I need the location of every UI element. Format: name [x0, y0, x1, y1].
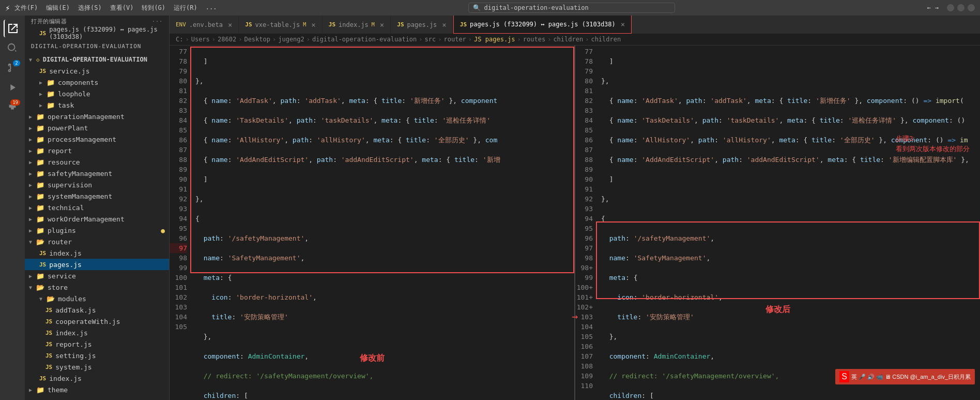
sidebar: 打开的编辑器 ··· JS pages.js (f332099) ↔ pages… [25, 16, 170, 400]
breadcrumb-children1[interactable]: children [553, 36, 583, 43]
tree-item-theme[interactable]: ▶ 📁 theme [25, 384, 169, 395]
tab-env-beta[interactable]: ENV .env.beta × [170, 16, 239, 34]
tab-index-js[interactable]: JS index.js M × [323, 16, 391, 34]
folder-icon: 📁 [36, 113, 44, 121]
tree-item-store-modules-index[interactable]: JS index.js [25, 327, 169, 338]
folder-icon: 📁 [36, 147, 44, 155]
arrow: ▶ [39, 91, 42, 97]
arrow: ▼ [39, 296, 42, 302]
file-label: service.js [49, 67, 89, 75]
activity-source-control[interactable]: 2 [4, 59, 21, 77]
minimize-button[interactable] [947, 4, 954, 11]
open-editor-pages-diff[interactable]: JS pages.js (f332099) ↔ pages.js (3103d3… [25, 27, 169, 39]
breadcrumb-pages-js[interactable]: JS pages.js [474, 36, 515, 43]
folder-label: modules [58, 295, 86, 303]
tree-item-technical[interactable]: ▶ 📁 technical [25, 202, 169, 213]
nav-forward[interactable]: → [935, 4, 939, 11]
menu-file[interactable]: 文件(F) [14, 4, 38, 12]
tab-pages-diff[interactable]: JS pages.js (f332099) ↔ pages.js (3103d3… [453, 16, 632, 34]
folder-icon: 📁 [47, 90, 55, 98]
tree-item-supervision[interactable]: ▶ 📁 supervision [25, 179, 169, 190]
tree-item-store-index[interactable]: JS index.js [25, 373, 169, 384]
right-code-content[interactable]: 7778798081 8283848586 8788899091 9293949… [575, 46, 980, 400]
modified-label: M [372, 22, 375, 27]
tree-item-components[interactable]: ▶ 📁 components [25, 77, 169, 88]
tree-item-loophole[interactable]: ▶ 📁 loophole [25, 88, 169, 99]
folder-label: loophole [58, 90, 90, 98]
menu-view[interactable]: 查看(V) [110, 4, 134, 12]
breadcrumb-children2[interactable]: children [591, 36, 621, 43]
tree-item-addTask[interactable]: JS addTask.js [25, 304, 169, 316]
activity-search[interactable] [4, 39, 21, 57]
tab-vxe-table[interactable]: JS vxe-table.js M × [239, 16, 322, 34]
tab-close[interactable]: × [380, 21, 384, 29]
tree-item-root[interactable]: ▼ ◇ DIGITAL-OPERATION-EVALUATION [25, 54, 169, 65]
search-bar[interactable]: 🔍 digital-operation-evaluation [468, 3, 675, 13]
file-label: index.js [49, 375, 82, 382]
breadcrumb-users[interactable]: Users [191, 36, 210, 43]
sep: › [272, 36, 276, 43]
breadcrumb-desktop[interactable]: Desktop [244, 36, 270, 43]
tree-item-pages-js[interactable]: JS pages.js [25, 259, 169, 270]
tree-item-setting[interactable]: JS setting.js [25, 350, 169, 361]
file-label: setting.js [55, 352, 96, 360]
tree-item-workOrderManagement[interactable]: ▶ 📁 workOrderManagement [25, 213, 169, 225]
maximize-button[interactable] [957, 4, 964, 11]
file-label: pages.js [49, 261, 82, 269]
breadcrumb-28602[interactable]: 28602 [218, 36, 236, 43]
breadcrumb-src[interactable]: src [425, 36, 436, 43]
folder-icon: 📁 [36, 204, 44, 212]
menu-run[interactable]: 运行(R) [174, 4, 197, 12]
activity-extensions[interactable]: 19 [4, 98, 21, 116]
menu-more[interactable]: ... [206, 4, 217, 12]
tree-item-modules[interactable]: ▼ 📂 modules [25, 293, 169, 304]
app-icon: ⚡ [5, 3, 10, 13]
nav-back[interactable]: ← [927, 4, 931, 11]
left-code-content[interactable]: 7778798081 8283848586 8788899091 9293949… [170, 46, 574, 400]
breadcrumb-routes[interactable]: routes [523, 36, 545, 43]
tree-item-router-index[interactable]: JS index.js [25, 247, 169, 259]
tree-item-plugins[interactable]: ▶ 📁 plugins ● [25, 225, 169, 236]
right-code-text[interactable]: ] }, { name: 'AddTask', path: 'addTask',… [597, 46, 980, 400]
menu-goto[interactable]: 转到(G) [142, 4, 165, 12]
window-controls: ← → [927, 4, 975, 11]
tree-item-operationManagement[interactable]: ▶ 📁 operationManagement [25, 111, 169, 122]
folder-icon: 📁 [36, 170, 44, 177]
tree-item-report[interactable]: ▶ 📁 report [25, 145, 169, 156]
tree-item-system[interactable]: JS system.js [25, 361, 169, 373]
tree-item-powerPlant[interactable]: ▶ 📁 powerPlant [25, 122, 169, 134]
menu-select[interactable]: 选择(S) [78, 4, 102, 12]
tab-label: vxe-table.js [255, 21, 300, 28]
open-editors-more[interactable]: ··· [152, 18, 163, 25]
breadcrumb-c[interactable]: C: [176, 36, 183, 43]
menu-bar[interactable]: 文件(F) 编辑(E) 选择(S) 查看(V) 转到(G) 运行(R) ... [14, 4, 217, 12]
tab-close[interactable]: × [311, 21, 315, 29]
activity-explorer[interactable] [4, 20, 21, 37]
activity-debug[interactable] [4, 79, 21, 96]
breadcrumb-project[interactable]: digital-operation-evaluation [312, 36, 417, 43]
tree-item-router[interactable]: ▼ 📂 router [25, 236, 169, 247]
menu-edit[interactable]: 编辑(E) [46, 4, 70, 12]
tree-item-resource[interactable]: ▶ 📁 resource [25, 156, 169, 168]
breadcrumb-jugeng2[interactable]: jugeng2 [278, 36, 304, 43]
tree-item-service[interactable]: ▶ 📁 service [25, 270, 169, 282]
folder-label: task [58, 101, 74, 109]
tree-item-report-js[interactable]: JS report.js [25, 338, 169, 350]
left-code-text[interactable]: ] }, { name: 'AddTask', path: 'addTask',… [191, 46, 574, 400]
tree-item-safetyManagement[interactable]: ▶ 📁 safetyManagement [25, 168, 169, 179]
breadcrumb-router[interactable]: router [443, 36, 466, 43]
arrow: ▶ [29, 273, 32, 279]
tree-item-service-js[interactable]: JS service.js [25, 65, 169, 77]
tree-item-systemManagement[interactable]: ▶ 📁 systemManagement [25, 190, 169, 202]
tab-close[interactable]: × [228, 21, 232, 29]
tab-pages-js[interactable]: JS pages.js × [391, 16, 453, 34]
tab-close[interactable]: × [621, 20, 625, 28]
close-button[interactable] [968, 4, 975, 11]
tree-item-task[interactable]: ▶ 📁 task [25, 99, 169, 111]
tree-item-processManagement[interactable]: ▶ 📁 processManagement [25, 134, 169, 145]
tree-item-cooperateWith[interactable]: JS cooperateWith.js [25, 316, 169, 327]
tab-close[interactable]: × [442, 21, 446, 29]
folder-icon: 📂 [36, 238, 44, 246]
tree-item-store[interactable]: ▼ 📂 store [25, 282, 169, 293]
arrow: ▶ [29, 171, 32, 176]
